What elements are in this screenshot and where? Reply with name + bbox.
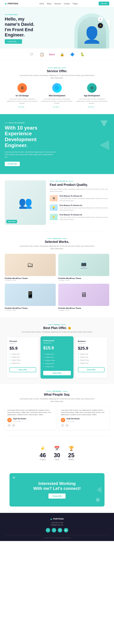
hero-cta-button[interactable]: Contact Me → bbox=[5, 39, 22, 44]
plan-features-professional: Feature One Feature Two Feature Three Fe… bbox=[43, 352, 71, 368]
why-item-2: 💡 First Reason To Choose Us Lorem ipsum … bbox=[50, 204, 109, 211]
nav-link-pages[interactable]: Pages bbox=[73, 3, 78, 4]
app-dev-desc: Lorem ipsum dolor sit amet, consectetuer… bbox=[76, 98, 108, 104]
app-dev-icon: ⚙ bbox=[87, 83, 97, 93]
hero-tech-icons: ⚛ JS bbox=[98, 17, 103, 28]
testimonial-author-2: V Virgil Van-Houten Lead Designer bbox=[61, 418, 107, 422]
social-facebook-button[interactable]: f bbox=[46, 528, 50, 532]
service-card-web: 🌐 Web Development Lorem ipsum dolor sit … bbox=[41, 83, 73, 108]
pricing-title: Best Plan Offer. bbox=[43, 326, 67, 330]
feature-item: Feature One bbox=[9, 353, 36, 356]
ux-see-more-link[interactable]: See More → bbox=[6, 106, 38, 108]
social-twitter-button[interactable]: t bbox=[52, 528, 56, 532]
stats-grid: ⚡ 46 Projects 📅 30 Clients 🏆 25 Awards bbox=[5, 446, 109, 460]
pricing-dot-decoration bbox=[68, 327, 71, 330]
feature-item: Feature Two bbox=[78, 356, 105, 359]
pricing-card-professional: Professional Standard Plan $15.9 Feature… bbox=[41, 336, 73, 378]
pricing-title-wrap: Best Plan Offer. bbox=[5, 326, 109, 330]
plan-cta-professional[interactable]: Select Plan bbox=[43, 371, 71, 375]
logo-triangle-icon bbox=[5, 3, 7, 4]
exp-cta-button[interactable]: Contact Me bbox=[5, 162, 20, 166]
footer-social: f t in ▶ bbox=[5, 528, 109, 532]
footer-contact: +1480 855 675 960 hello@portosia.com bbox=[5, 522, 109, 526]
works-title: Selected Works. bbox=[5, 240, 109, 244]
why-item-3-icon: ⚡ bbox=[50, 214, 58, 220]
t-icon-share-1: ↗ bbox=[12, 424, 15, 427]
plan-cta-business[interactable]: Select Plan bbox=[78, 367, 105, 372]
feature-item: Feature Two bbox=[43, 356, 71, 359]
why-item-3-text: First Reason To Choose Us Lorem ipsum do… bbox=[59, 214, 109, 220]
why-label: Why Choose Us bbox=[50, 180, 109, 182]
why-item-1-text: First Reason To Choose Us Lorem ipsum do… bbox=[59, 195, 109, 202]
web-see-more-link[interactable]: See More → bbox=[41, 106, 73, 108]
hero-text: David Finch Hello, myname's David.I'm Fr… bbox=[5, 14, 34, 48]
pricing-card-business: Business Premium Plan $25.9 Feature One … bbox=[75, 337, 107, 378]
feature-item: Feature One bbox=[78, 353, 105, 356]
tech-icons-row: 🛡 📋 Sass 🔒 🔷 🐍 bbox=[0, 48, 114, 61]
why-item-2-icon: 💡 bbox=[50, 204, 58, 211]
cta-button[interactable]: Contact Me bbox=[49, 494, 65, 498]
portfolio-sub-1: Ui Design, Theme bbox=[5, 280, 56, 281]
portfolio-item-2: 💻 Portfolio WordPress Theme Ui Design, T… bbox=[58, 254, 109, 281]
projects-icon: ⚡ bbox=[40, 446, 46, 451]
why-items-list: 🖥 First Reason To Choose Us Lorem ipsum … bbox=[50, 195, 109, 220]
hire-button[interactable]: Hire Me bbox=[99, 2, 109, 6]
portfolio-title-4: Portfolio WordPress Theme bbox=[58, 307, 109, 309]
author-info-1: Virgil Van-Houten Lead Designer bbox=[13, 418, 26, 422]
plan-price-business: $25.9 bbox=[78, 346, 105, 351]
awards-icon: 🏆 bbox=[68, 446, 74, 451]
tech-icon-vue: 🔷 bbox=[69, 52, 75, 58]
stat-awards: 🏆 25 Awards bbox=[68, 446, 74, 460]
footer-logo-triangle-icon bbox=[50, 518, 52, 520]
testimonial-card-2: Lorem ipsum dolor sit amet, cons adipisc… bbox=[58, 406, 109, 430]
testimonial-actions-2: ❝ ↗ bbox=[61, 424, 107, 427]
stat-projects: ⚡ 46 Projects bbox=[40, 446, 46, 460]
services-label: What Do bbox=[5, 67, 109, 69]
testimonial-text-1: Lorem ipsum dolor sit amet, cons adipisc… bbox=[7, 409, 53, 416]
tech-icon-sass: Sass bbox=[49, 52, 55, 58]
testimonials-label: Testimonial bbox=[5, 390, 109, 392]
author-name-1: Virgil Van-Houten bbox=[13, 418, 26, 420]
services-section: What Do Service Offer. Lorem ipsum dolor… bbox=[0, 61, 114, 114]
cta-dot-1 bbox=[13, 476, 15, 479]
portfolio-sub-2: Ui Design, Theme bbox=[58, 280, 109, 281]
exp-title: With 10 yearsExperienceDevelopmentEngine… bbox=[5, 125, 56, 148]
web-dev-icon: 🌐 bbox=[52, 83, 62, 93]
cta-triangle-decoration bbox=[97, 487, 101, 493]
services-title: Service Offer. bbox=[5, 69, 109, 73]
nav-link-home[interactable]: Home bbox=[39, 3, 44, 4]
footer: PORTOSIA +1480 855 675 960 hello@portosi… bbox=[0, 513, 114, 541]
testimonial-actions-1: ❝ ↗ bbox=[7, 424, 53, 427]
why-item-1: 🖥 First Reason To Choose Us Lorem ipsum … bbox=[50, 195, 109, 202]
social-youtube-button[interactable]: ▶ bbox=[64, 528, 68, 532]
portfolio-grid: 🗂 Portfolio WordPress Theme Ui Design, T… bbox=[5, 254, 109, 311]
pricing-label: Pricing bbox=[5, 324, 109, 326]
nav-link-services[interactable]: Services bbox=[54, 3, 61, 4]
feature-item: Feature Five bbox=[43, 365, 71, 368]
app-see-more-link[interactable]: See More → bbox=[76, 106, 108, 108]
nav-logo: PORTOSIA bbox=[5, 2, 18, 5]
hero-section: David Finch Hello, myname's David.I'm Fr… bbox=[0, 7, 114, 48]
testimonial-author-1: V Virgil Van-Houten Lead Designer bbox=[7, 418, 53, 422]
stats-section: ⚡ 46 Projects 📅 30 Clients 🏆 25 Awards bbox=[0, 436, 114, 467]
why-image: 👥 Team Work bbox=[5, 180, 46, 225]
nav-links: Home About Services Contact Pages bbox=[39, 2, 78, 5]
hero-title: Hello, myname's David.I'm Front EndEngin… bbox=[5, 16, 34, 38]
social-linkedin-button[interactable]: in bbox=[58, 528, 62, 532]
plan-features-business: Feature One Feature Two Feature Three Fe… bbox=[78, 353, 105, 365]
plan-name-professional: Professional bbox=[43, 340, 71, 342]
web-dev-title: Web Development bbox=[41, 94, 73, 97]
pricing-card-personal: Personal Basic Plan $5.9 Feature One Fea… bbox=[7, 337, 39, 378]
why-item-2-text: First Reason To Choose Us Lorem ipsum do… bbox=[59, 204, 109, 211]
clients-number: 30 bbox=[54, 452, 60, 459]
exp-desc: Lorem ipsum dolor sit amet, consectetuer… bbox=[5, 151, 56, 158]
nav-link-about[interactable]: About bbox=[47, 3, 52, 4]
author-avatar-2: V bbox=[61, 418, 65, 422]
plan-name-personal: Personal bbox=[9, 340, 36, 342]
cta-title: Interested Working With me? Let's connec… bbox=[14, 481, 100, 491]
plan-cta-personal[interactable]: Select Plan bbox=[9, 367, 36, 372]
why-title: Fast and Product Quality. bbox=[50, 182, 109, 187]
feature-item: Feature Three bbox=[43, 359, 71, 362]
testimonial-text-2: Lorem ipsum dolor sit amet, cons adipisc… bbox=[61, 409, 107, 416]
nav-link-contact[interactable]: Contact bbox=[64, 3, 70, 4]
